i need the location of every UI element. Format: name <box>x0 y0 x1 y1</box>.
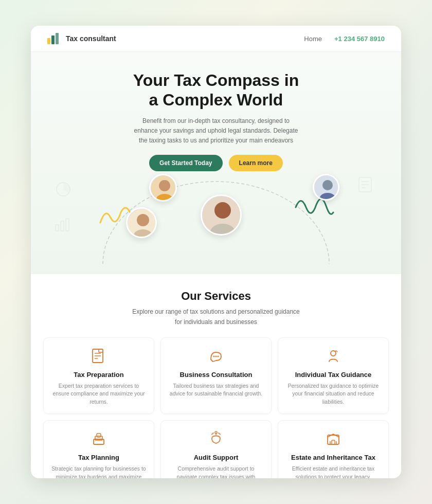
service-title-4: Tax Planning <box>51 454 147 461</box>
service-title-5: Audit Support <box>168 454 264 461</box>
logo: Tax consultant <box>47 33 116 44</box>
service-card-individual-guidance: Individual Tax Guidance Personalized tax… <box>278 337 389 414</box>
nav-right: Home +1 234 567 8910 <box>304 35 385 43</box>
estate-tax-icon <box>324 430 343 448</box>
service-desc-6: Efficient estate and inheritance tax sol… <box>285 465 381 478</box>
nav-phone: +1 234 567 8910 <box>334 35 385 43</box>
hero-title: Your Tax Compass in a Complex World <box>41 70 391 110</box>
service-card-business-consultation: Business Consultation Tailored business … <box>160 337 272 414</box>
hero-buttons: Get Started Today Learn more <box>41 155 391 171</box>
svg-rect-35 <box>97 434 101 437</box>
svg-point-22 <box>322 180 333 190</box>
services-section: Our Services Explore our range of tax so… <box>31 274 401 478</box>
chart-ghost-icon <box>56 182 71 201</box>
svg-point-19 <box>214 202 231 219</box>
avatar-3 <box>201 194 242 236</box>
business-consult-icon <box>207 347 225 366</box>
svg-point-16 <box>137 214 149 226</box>
avatar-4 <box>313 174 339 201</box>
svg-rect-5 <box>61 221 64 231</box>
svg-rect-6 <box>66 219 69 231</box>
avatar-2 <box>126 207 157 238</box>
svg-point-13 <box>159 180 170 191</box>
hero-visual <box>41 171 391 264</box>
service-desc-2: Tailored business tax strategies and adv… <box>168 382 264 399</box>
audit-support-icon <box>207 430 225 448</box>
service-card-tax-planning: Tax Planning Strategic tax planning for … <box>43 420 154 478</box>
services-title: Our Services <box>43 290 389 303</box>
browser-window: Tax consultant Home +1 234 567 8910 Your… <box>31 26 401 478</box>
doc-ghost-icon <box>358 176 372 196</box>
tax-prep-icon <box>89 347 108 366</box>
avatar-1 <box>149 174 177 202</box>
logo-text: Tax consultant <box>66 34 116 43</box>
hero-section: Your Tax Compass in a Complex World Bene… <box>31 52 401 274</box>
nav-home-link[interactable]: Home <box>304 35 322 43</box>
bar-chart-ghost-icon <box>55 218 71 236</box>
service-desc-5: Comprehensive audit support to navigate … <box>168 465 264 478</box>
service-desc-1: Expert tax preparation services to ensur… <box>51 382 147 406</box>
services-subtitle: Explore our range of tax solutions and p… <box>129 307 303 327</box>
logo-icon <box>47 33 62 44</box>
service-title-6: Estate and Inheritance Tax <box>285 454 381 461</box>
svg-rect-4 <box>56 225 59 231</box>
service-desc-3: Personalized tax guidance to optimize yo… <box>285 382 381 406</box>
navbar: Tax consultant Home +1 234 567 8910 <box>31 26 401 52</box>
svg-point-36 <box>215 431 217 434</box>
svg-point-31 <box>218 355 219 357</box>
service-card-audit-support: Audit Support Comprehensive audit suppor… <box>160 420 272 478</box>
svg-rect-0 <box>47 38 50 44</box>
svg-rect-1 <box>51 35 55 44</box>
service-card-estate-tax: Estate and Inheritance Tax Efficient est… <box>278 420 389 478</box>
service-desc-4: Strategic tax planning for businesses to… <box>51 465 147 478</box>
tax-planning-icon <box>89 430 108 448</box>
svg-point-29 <box>213 355 215 357</box>
learn-more-button[interactable]: Learn more <box>229 155 283 171</box>
svg-point-30 <box>215 355 217 357</box>
service-title-1: Tax Preparation <box>51 371 147 379</box>
services-grid: Tax Preparation Expert tax preparation s… <box>43 337 389 478</box>
get-started-button[interactable]: Get Started Today <box>149 155 222 171</box>
service-card-tax-preparation: Tax Preparation Expert tax preparation s… <box>43 337 154 414</box>
svg-rect-40 <box>332 440 335 444</box>
service-title-3: Individual Tax Guidance <box>285 371 381 379</box>
svg-rect-2 <box>56 33 59 44</box>
individual-guidance-icon <box>324 347 343 366</box>
service-title-2: Business Consultation <box>168 371 264 379</box>
hero-subtitle: Benefit from our in-depth tax consultanc… <box>134 116 298 146</box>
